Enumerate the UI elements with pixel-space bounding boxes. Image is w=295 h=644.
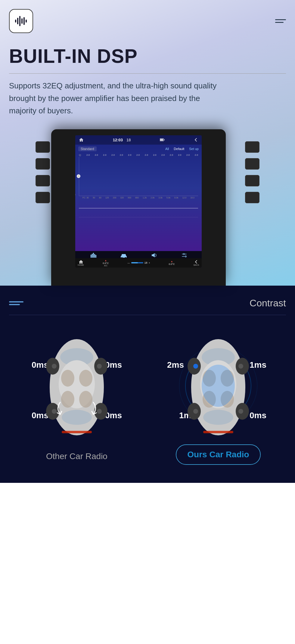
ac-nav-item[interactable]: ▲ 0.0°C A/C (103, 259, 109, 267)
ac-bar: HOME ▲ 0.0°C A/C — 18 + (75, 258, 202, 268)
car-head-unit: 12:03 18 Standa (51, 129, 226, 286)
nav-icon-car[interactable] (120, 253, 127, 258)
freq-labels-row: FC: 30 50 80 125 200 320 500 800 1.2k 2.… (79, 196, 198, 199)
svg-rect-4 (23, 17, 25, 25)
other-car-diagram: 0ms 0ms 0ms 0ms (35, 330, 119, 444)
title-divider (9, 73, 286, 74)
side-btn-left-4[interactable] (36, 192, 50, 203)
side-btn-right-3[interactable] (245, 175, 259, 186)
cars-comparison: 0ms 0ms 0ms 0ms (9, 330, 286, 465)
side-btn-left-2[interactable] (36, 158, 50, 170)
screen-temp: 18 (126, 138, 131, 142)
page-title: BUILT-IN DSP (9, 45, 286, 67)
svg-point-48 (193, 364, 198, 369)
lines-decoration-icon (9, 301, 23, 305)
contrast-header: Contrast (9, 298, 286, 309)
back-icon (194, 138, 198, 142)
svg-point-51 (238, 409, 243, 414)
nav-icon-settings[interactable] (182, 253, 187, 258)
graph-area (79, 199, 198, 217)
side-btn-right-2[interactable] (245, 158, 259, 170)
contrast-label: Contrast (250, 298, 286, 309)
eq-controls: Standard All Default Set up (75, 145, 202, 153)
svg-rect-11 (92, 254, 93, 258)
svg-rect-3 (21, 18, 23, 24)
nav-icon-equalizer[interactable] (90, 253, 96, 258)
svg-point-49 (238, 364, 243, 369)
nav-icons-row (75, 251, 202, 258)
svg-point-33 (97, 409, 102, 414)
side-btn-left-3[interactable] (36, 175, 50, 186)
svg-rect-7 (160, 139, 163, 141)
screen-time: 12:03 (113, 138, 123, 142)
audio-waveform-icon (14, 14, 29, 29)
svg-rect-0 (15, 20, 16, 23)
side-btn-right-4[interactable] (245, 192, 259, 203)
other-car-name: Other Car Radio (46, 452, 107, 461)
eq-bars (83, 159, 194, 196)
top-bar (9, 9, 286, 33)
svg-point-23 (79, 370, 92, 387)
side-btn-left-1[interactable] (36, 141, 50, 153)
car-unit-container: 12:03 18 Standa (9, 129, 286, 286)
eq-preset-label[interactable]: Standard (78, 146, 97, 151)
svg-point-43 (202, 365, 235, 407)
svg-rect-12 (93, 253, 94, 258)
contrast-divider (9, 315, 286, 315)
svg-point-31 (97, 364, 102, 369)
svg-point-50 (193, 409, 198, 414)
bottom-section: Contrast 0ms 0ms 0ms 0ms (0, 286, 295, 483)
eq-tab-setup[interactable]: Set up (189, 147, 199, 151)
other-car-svg (38, 333, 116, 441)
eq-bars-container: 50 10 0 -5 -10 (79, 157, 198, 196)
ac-level: 18 (144, 261, 148, 264)
ac-temp-left: 0.0°C (103, 262, 109, 265)
left-side-buttons (36, 141, 50, 203)
our-car-item: 2ms 1ms 1ms 0ms (151, 330, 286, 465)
svg-rect-2 (19, 16, 20, 26)
home-icon (79, 138, 84, 142)
svg-rect-1 (17, 18, 18, 24)
svg-rect-5 (26, 20, 27, 23)
ac-temp-right-item[interactable]: ▲ 0.0°C (169, 260, 175, 265)
svg-point-32 (52, 409, 57, 414)
eq-tab-default[interactable]: Default (174, 147, 184, 151)
screen-bottom-nav: HOME ▲ 0.0°C A/C — 18 + (75, 251, 202, 268)
battery-icon (160, 138, 165, 141)
description-text: Supports 32EQ adjustment, and the ultra-… (9, 80, 220, 117)
svg-rect-10 (91, 255, 92, 258)
svg-rect-52 (203, 431, 233, 433)
our-car-diagram: 2ms 1ms 1ms 0ms (176, 330, 260, 444)
svg-rect-14 (95, 255, 96, 258)
ac-level-control[interactable]: — 18 + (128, 261, 150, 264)
svg-point-22 (61, 370, 74, 387)
our-car-svg (179, 333, 257, 441)
side-btn-right-1[interactable] (245, 141, 259, 153)
menu-button[interactable] (275, 19, 286, 23)
other-car-item: 0ms 0ms 0ms 0ms (9, 330, 144, 461)
svg-rect-34 (62, 431, 92, 433)
eq-tab-all[interactable]: All (165, 147, 169, 151)
svg-rect-13 (94, 254, 95, 258)
svg-point-37 (203, 410, 233, 425)
home-nav-item[interactable]: HOME (78, 260, 84, 266)
right-side-buttons (245, 141, 259, 203)
header-section: BUILT-IN DSP Supports 32EQ adjustment, a… (0, 0, 295, 286)
logo-box (9, 9, 33, 33)
unit-screen[interactable]: 12:03 18 Standa (75, 135, 202, 268)
svg-point-25 (79, 391, 92, 408)
svg-point-20 (62, 410, 92, 425)
back-nav-item[interactable]: BACK (194, 260, 199, 266)
q-values-row: Q: 2.0 2.0 2.0 2.0 2.0 2.0 2.0 2.0 2.0 2… (75, 153, 202, 157)
svg-point-24 (61, 391, 74, 408)
ac-temp-right: 0.0°C (169, 263, 175, 265)
svg-point-30 (52, 364, 57, 369)
nav-icon-speaker[interactable] (151, 253, 158, 258)
svg-rect-8 (164, 139, 165, 140)
our-car-name: Ours Car Radio (176, 444, 260, 465)
screen-top-bar: 12:03 18 (75, 135, 202, 145)
